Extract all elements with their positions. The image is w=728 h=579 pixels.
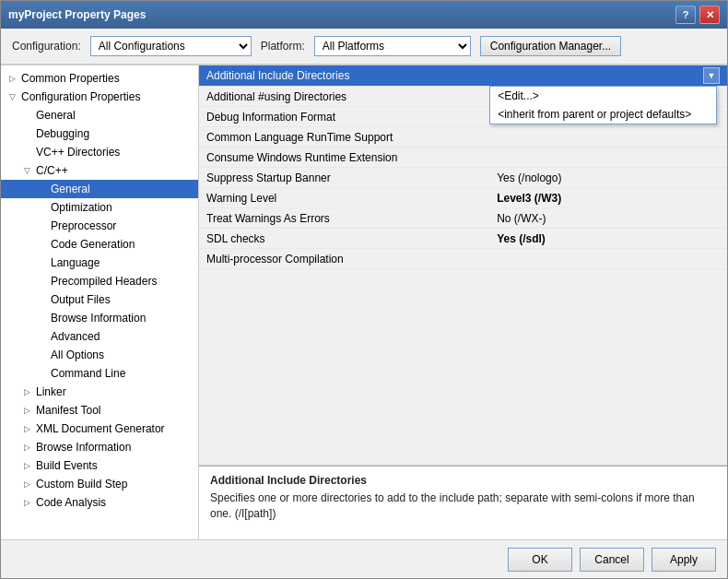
prop-name-clr-support: Common Language RunTime Support bbox=[199, 127, 489, 148]
tree-item-optimization[interactable]: Optimization bbox=[1, 198, 198, 217]
configuration-select[interactable]: All Configurations bbox=[90, 36, 252, 56]
prop-name-treat-warnings: Treat Warnings As Errors bbox=[199, 208, 489, 229]
expand-icon-command-line bbox=[34, 366, 49, 381]
tree-item-advanced[interactable]: Advanced bbox=[1, 327, 198, 346]
tree-item-all-options[interactable]: All Options bbox=[1, 346, 198, 364]
properties-area: Additional Include Directories▼Additiona… bbox=[199, 65, 727, 539]
tree-item-code-analysis[interactable]: ▷Code Analysis bbox=[1, 493, 198, 512]
tree-label-manifest-tool: Manifest Tool bbox=[34, 404, 100, 417]
tree-item-cpp-general[interactable]: General bbox=[1, 180, 198, 198]
tree-item-common-props[interactable]: ▷Common Properties bbox=[1, 69, 198, 88]
tree-label-preprocessor: Preprocessor bbox=[49, 219, 116, 232]
cancel-button[interactable]: Cancel bbox=[580, 548, 644, 572]
prop-value-add-inc-dirs[interactable]: ▼ bbox=[489, 65, 727, 87]
prop-value-suppress-banner: Yes (/nologo) bbox=[489, 168, 727, 188]
tree-label-build-events: Build Events bbox=[34, 459, 98, 472]
tree-item-manifest-tool[interactable]: ▷Manifest Tool bbox=[1, 401, 198, 419]
tree-item-vc-dirs[interactable]: VC++ Directories bbox=[1, 143, 198, 161]
tree-label-debugging: Debugging bbox=[34, 127, 89, 140]
platform-label: Platform: bbox=[261, 40, 305, 53]
expand-icon-output-files bbox=[34, 292, 49, 307]
tree-item-cpp[interactable]: ▽C/C++ bbox=[1, 161, 198, 180]
expand-icon-code-gen bbox=[34, 237, 49, 252]
prop-name-suppress-banner: Suppress Startup Banner bbox=[199, 168, 489, 188]
tree-label-browse-info2: Browse Information bbox=[34, 441, 131, 454]
expand-icon-linker: ▷ bbox=[19, 384, 34, 399]
prop-name-add-inc-dirs: Additional Include Directories bbox=[199, 65, 489, 87]
expand-icon-language bbox=[34, 255, 49, 270]
prop-value-treat-warnings: No (/WX-) bbox=[489, 208, 727, 229]
tree-label-general: General bbox=[34, 109, 76, 122]
prop-row-warning-level[interactable]: Warning LevelLevel3 (/W3) bbox=[199, 188, 727, 208]
tree-item-browse-info[interactable]: Browse Information bbox=[1, 309, 198, 327]
expand-icon-config-props: ▽ bbox=[5, 89, 19, 104]
tree-item-general[interactable]: General bbox=[1, 106, 198, 124]
expand-icon-browse-info2: ▷ bbox=[19, 440, 34, 455]
tree-label-command-line: Command Line bbox=[49, 367, 125, 380]
prop-name-add-using-dirs: Additional #using Directories bbox=[199, 87, 489, 107]
close-button[interactable]: ✕ bbox=[699, 6, 720, 24]
tree-label-language: Language bbox=[49, 256, 100, 269]
expand-icon-common-props: ▷ bbox=[5, 71, 19, 86]
tree-item-command-line[interactable]: Command Line bbox=[1, 364, 198, 383]
prop-row-suppress-banner[interactable]: Suppress Startup BannerYes (/nologo) bbox=[199, 168, 727, 188]
prop-row-sdl-checks[interactable]: SDL checksYes (/sdl) bbox=[199, 229, 727, 249]
prop-row-consume-winrt[interactable]: Consume Windows Runtime Extension bbox=[199, 148, 727, 168]
title-bar-left: myProject Property Pages bbox=[8, 8, 146, 21]
dropdown-item[interactable]: <Edit...> bbox=[490, 87, 715, 105]
expand-icon-general bbox=[19, 108, 34, 123]
description-text: Specifies one or more directories to add… bbox=[210, 490, 716, 522]
right-panel: Additional Include Directories▼Additiona… bbox=[199, 65, 727, 539]
prop-value-warning-level: Level3 (/W3) bbox=[489, 188, 727, 208]
tree-label-precomp-hdr: Precompiled Headers bbox=[49, 275, 157, 288]
prop-value-multi-proc bbox=[489, 249, 727, 269]
tree-item-xml-doc-gen[interactable]: ▷XML Document Generator bbox=[1, 419, 198, 438]
expand-icon-manifest-tool: ▷ bbox=[19, 403, 34, 418]
tree-item-browse-info2[interactable]: ▷Browse Information bbox=[1, 438, 198, 456]
tree-label-linker: Linker bbox=[34, 385, 66, 398]
prop-table-container: Additional Include Directories▼Additiona… bbox=[199, 65, 727, 466]
tree-item-debugging[interactable]: Debugging bbox=[1, 124, 198, 143]
config-manager-button[interactable]: Configuration Manager... bbox=[480, 36, 621, 56]
apply-button[interactable]: Apply bbox=[652, 548, 716, 572]
tree-item-preprocessor[interactable]: Preprocessor bbox=[1, 217, 198, 235]
tree-item-config-props[interactable]: ▽Configuration Properties bbox=[1, 88, 198, 106]
prop-row-multi-proc[interactable]: Multi-processor Compilation bbox=[199, 249, 727, 269]
tree-item-code-gen[interactable]: Code Generation bbox=[1, 235, 198, 254]
tree-label-config-props: Configuration Properties bbox=[19, 90, 140, 103]
expand-icon-cpp: ▽ bbox=[19, 163, 34, 178]
tree-item-build-events[interactable]: ▷Build Events bbox=[1, 456, 198, 475]
prop-row-clr-support[interactable]: Common Language RunTime Support bbox=[199, 127, 727, 148]
prop-row-add-inc-dirs[interactable]: Additional Include Directories▼ bbox=[199, 65, 727, 87]
tree-label-optimization: Optimization bbox=[49, 201, 112, 214]
expand-icon-vc-dirs bbox=[19, 145, 34, 160]
description-panel: Additional Include Directories Specifies… bbox=[199, 466, 727, 539]
tree-item-precomp-hdr[interactable]: Precompiled Headers bbox=[1, 272, 198, 290]
platform-select[interactable]: All Platforms bbox=[314, 36, 471, 56]
tree-label-all-options: All Options bbox=[49, 349, 104, 361]
prop-value-consume-winrt bbox=[489, 148, 727, 168]
prop-dropdown-arrow-add-inc-dirs[interactable]: ▼ bbox=[703, 67, 720, 84]
tree-label-cpp: C/C++ bbox=[34, 164, 68, 177]
prop-row-treat-warnings[interactable]: Treat Warnings As ErrorsNo (/WX-) bbox=[199, 208, 727, 229]
main-content: ▷Common Properties▽Configuration Propert… bbox=[1, 65, 727, 539]
tree-label-advanced: Advanced bbox=[49, 330, 100, 343]
tree-label-code-gen: Code Generation bbox=[49, 238, 135, 251]
tree-label-output-files: Output Files bbox=[49, 293, 111, 306]
tree-item-language[interactable]: Language bbox=[1, 254, 198, 272]
dropdown-item[interactable]: <inherit from parent or project defaults… bbox=[490, 105, 715, 124]
tree-item-custom-build[interactable]: ▷Custom Build Step bbox=[1, 475, 198, 493]
prop-name-multi-proc: Multi-processor Compilation bbox=[199, 249, 489, 269]
expand-icon-advanced bbox=[34, 329, 49, 344]
expand-icon-xml-doc-gen: ▷ bbox=[19, 421, 34, 436]
tree-item-linker[interactable]: ▷Linker bbox=[1, 383, 198, 401]
tree-panel: ▷Common Properties▽Configuration Propert… bbox=[1, 65, 199, 539]
prop-name-consume-winrt: Consume Windows Runtime Extension bbox=[199, 148, 489, 168]
help-button[interactable]: ? bbox=[675, 6, 696, 24]
tree-item-output-files[interactable]: Output Files bbox=[1, 290, 198, 309]
dropdown-overlay: <Edit...><inherit from parent or project… bbox=[489, 86, 716, 124]
tree-label-code-analysis: Code Analysis bbox=[34, 496, 106, 509]
expand-icon-custom-build: ▷ bbox=[19, 477, 34, 491]
property-pages-window: myProject Property Pages ? ✕ Configurati… bbox=[0, 0, 728, 579]
ok-button[interactable]: OK bbox=[508, 548, 572, 572]
